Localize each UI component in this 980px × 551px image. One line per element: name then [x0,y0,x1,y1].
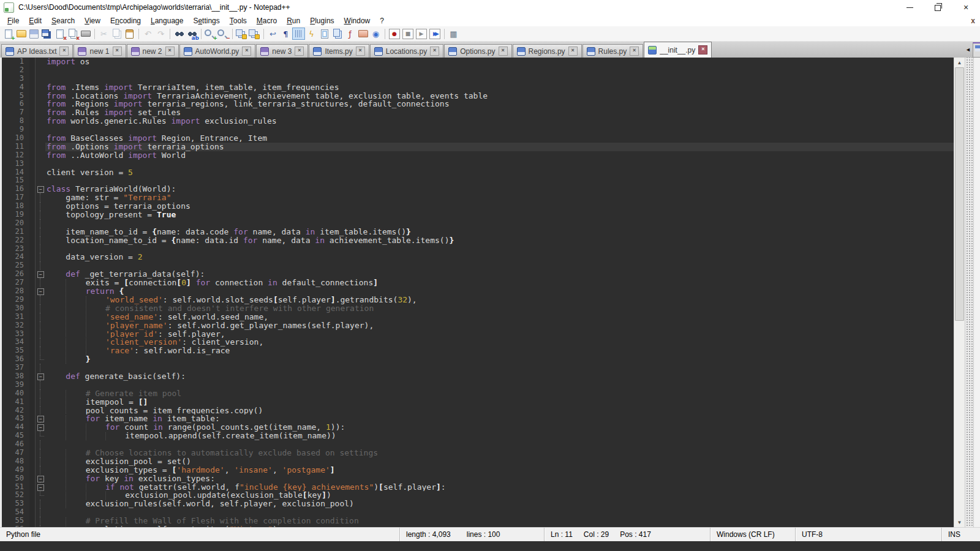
menu-item-tools[interactable]: Tools [225,16,252,26]
code-line-43[interactable]: 43 for item_name in item_table: [2,414,954,423]
code-line-55[interactable]: 55 # Prefill the Wall of Flesh with the … [2,517,954,525]
tab-rules.py[interactable]: Rules.py× [582,44,644,58]
bookmark-margin[interactable] [29,261,35,270]
bookmark-margin[interactable] [29,75,35,83]
bookmark-margin[interactable] [29,491,35,500]
code-line-24[interactable]: 24 data_version = 2 [2,253,954,261]
tab-close-icon[interactable]: × [113,47,122,56]
code-line-15[interactable]: 15 [2,176,954,185]
code-line-2[interactable]: 2 [2,66,954,75]
macro-record-icon[interactable]: ● [389,29,400,39]
fold-collapse-icon[interactable] [35,423,45,432]
bookmark-margin[interactable] [29,134,35,143]
bookmark-margin[interactable] [29,364,35,372]
bookmark-margin[interactable] [29,407,35,415]
bookmark-margin[interactable] [29,270,35,279]
title-bar[interactable]: C:\Users\Dood\Documents\tmp\Archipelago\… [0,0,980,15]
print-icon[interactable] [80,28,91,39]
tab-ap-ideas.txt[interactable]: AP Ideas.txt× [1,44,73,58]
close-button[interactable]: × [952,0,980,15]
fold-collapse-icon[interactable] [35,185,45,193]
bookmark-margin[interactable] [29,398,35,407]
bookmark-margin[interactable] [29,474,35,483]
bookmark-margin[interactable] [29,381,35,389]
bookmark-margin[interactable] [29,321,35,330]
bookmark-margin[interactable] [29,440,35,449]
tab-autoworld.py[interactable]: AutoWorld.py× [179,44,256,58]
bookmark-margin[interactable] [29,185,35,193]
code-line-47[interactable]: 47 # Choose locations to automatically e… [2,449,954,457]
code-line-21[interactable]: 21 item_name_to_id = {name: data.code fo… [2,228,954,236]
code-editor[interactable]: 1import os234from .Items import Terraria… [2,58,954,527]
bookmark-margin[interactable] [29,245,35,253]
code-line-23[interactable]: 23 [2,245,954,253]
code-line-19[interactable]: 19 topology_present = True [2,211,954,219]
close-document-icon[interactable]: x [971,17,975,25]
code-line-25[interactable]: 25 [2,261,954,270]
code-line-14[interactable]: 14client_version = 5 [2,168,954,177]
bookmark-margin[interactable] [29,347,35,355]
menu-item-search[interactable]: Search [47,16,80,26]
macro-save-icon[interactable]: ▦ [448,28,459,39]
bookmark-margin[interactable] [29,449,35,457]
code-line-51[interactable]: 51 if not getattr(self.world, f"include_… [2,483,954,492]
bookmark-margin[interactable] [29,423,35,432]
bookmark-margin[interactable] [29,253,35,261]
code-line-34[interactable]: 34 'client_version': client_version, [2,338,954,347]
bookmark-margin[interactable] [29,279,35,287]
code-line-4[interactable]: 4from .Items import TerrariaItem, item_t… [2,83,954,92]
macro-run-multiple-icon[interactable]: ▶▶ [429,29,440,39]
code-line-40[interactable]: 40 # Generate item pool [2,389,954,398]
bookmark-margin[interactable] [29,193,35,202]
code-line-52[interactable]: 52 exclusion_pool.update(exclusion_table… [2,491,954,500]
code-line-53[interactable]: 53 exclusion_rules(self.world, self.play… [2,500,954,508]
new-file-icon[interactable]: + [2,28,14,39]
code-line-17[interactable]: 17 game: str = "Terraria" [2,193,954,202]
code-line-41[interactable]: 41 itempool = [] [2,398,954,407]
bookmark-margin[interactable] [29,330,35,339]
bookmark-margin[interactable] [29,160,35,168]
code-line-13[interactable]: 13 [2,160,954,168]
bookmark-margin[interactable] [29,219,35,228]
restore-button[interactable] [924,0,952,15]
close-file-icon[interactable]: x [54,28,66,39]
code-line-10[interactable]: 10from BaseClasses import Region, Entran… [2,134,954,143]
code-line-27[interactable]: 27 exits = [connection[0] for connection… [2,279,954,287]
bookmark-margin[interactable] [29,66,35,75]
bookmark-margin[interactable] [29,432,35,440]
code-line-22[interactable]: 22 location_name_to_id = {name: data.id … [2,236,954,245]
open-file-icon[interactable] [15,28,27,39]
code-line-20[interactable]: 20 [2,219,954,228]
status-insert-mode[interactable]: INS [941,528,980,541]
menu-item-window[interactable]: Window [339,16,375,26]
menu-item-view[interactable]: View [80,16,105,26]
tab-new-1[interactable]: new 1× [74,44,126,58]
bookmark-margin[interactable] [29,236,35,245]
bookmark-margin[interactable] [29,58,35,66]
tab-close-icon[interactable]: × [165,47,175,56]
tab-partially-visible[interactable] [973,42,980,58]
minimize-button[interactable] [895,0,924,15]
bookmark-margin[interactable] [29,151,35,160]
redo-icon[interactable]: ↷ [155,28,167,39]
tab-close-icon[interactable]: × [698,45,707,54]
bookmark-margin[interactable] [29,143,35,151]
code-line-18[interactable]: 18 options = terraria_options [2,202,954,211]
bookmark-margin[interactable] [29,466,35,474]
code-line-50[interactable]: 50 for key in exclusion_types: [2,474,954,483]
bookmark-margin[interactable] [29,176,35,185]
bookmark-margin[interactable] [29,92,35,100]
bookmark-margin[interactable] [29,108,35,117]
replace-icon[interactable]: ab [186,28,198,39]
scroll-down-icon[interactable]: ▼ [954,517,965,527]
monitoring-icon[interactable]: ◉ [370,28,382,39]
bookmark-margin[interactable] [29,83,35,92]
code-line-42[interactable]: 42 pool_counts = item_frequencies.copy() [2,407,954,415]
code-line-38[interactable]: 38 def generate_basic(self): [2,372,954,381]
tab-items.py[interactable]: Items.py× [309,44,369,58]
code-line-49[interactable]: 49 exclusion_types = ['hardmode', 'insan… [2,466,954,474]
code-line-11[interactable]: 11from .Options import terraria_options [2,143,954,151]
menu-item-encoding[interactable]: Encoding [105,16,146,26]
bookmark-margin[interactable] [29,517,35,525]
function-list-icon[interactable]: ƒ [344,28,356,39]
